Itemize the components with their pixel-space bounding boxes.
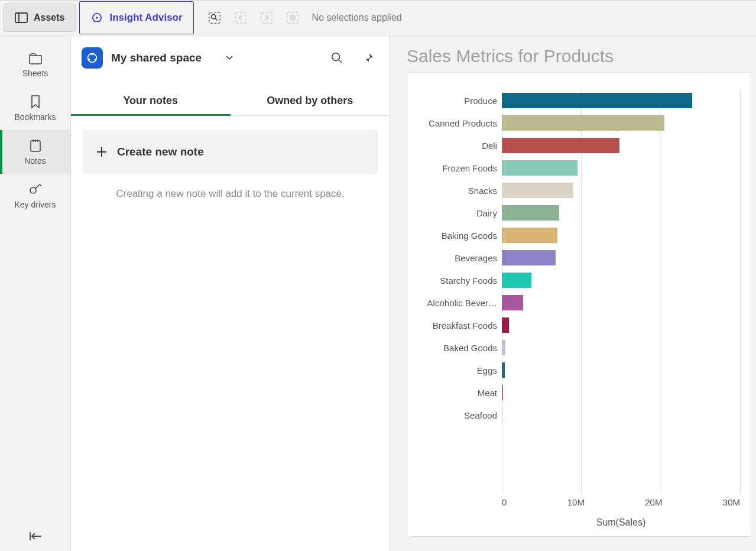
chart-category-label: Beverages — [416, 253, 502, 263]
chart-category-label: Baking Goods — [416, 231, 502, 241]
chart-x-axis: 010M20M30M — [416, 494, 740, 511]
chart-category-label: Frozen Foods — [416, 163, 502, 173]
chart-category-label: Alcoholic Bever… — [416, 298, 502, 308]
selection-tools: No selections applied — [208, 11, 402, 24]
chart-bar[interactable] — [502, 115, 664, 131]
sidebar-label: Sheets — [22, 69, 48, 78]
sidebar-item-sheets[interactable]: Sheets — [0, 44, 70, 86]
chevron-down-icon — [225, 55, 233, 61]
collapse-sidebar-button[interactable] — [0, 521, 70, 551]
sidebar-label: Key drivers — [14, 200, 56, 209]
sidebar-label: Notes — [24, 156, 46, 166]
space-badge-icon — [82, 47, 103, 69]
chart-category-label: Seafood — [416, 410, 502, 420]
chart-x-axis-label: Sum(Sales) — [416, 511, 740, 528]
chart-body: ProduceCanned ProductsDeliFrozen FoodsSn… — [416, 89, 740, 494]
pin-icon — [362, 52, 374, 64]
sidebar-item-notes[interactable]: Notes — [0, 130, 70, 174]
svg-rect-0 — [15, 13, 27, 22]
svg-line-23 — [339, 60, 342, 63]
notes-search-button[interactable] — [327, 48, 347, 68]
notes-pin-button[interactable] — [359, 48, 378, 67]
svg-point-19 — [91, 53, 93, 56]
top-toolbar: Assets Insight Advisor No selections app… — [0, 0, 756, 35]
assets-button[interactable]: Assets — [4, 4, 76, 32]
chart-category-label: Dairy — [416, 208, 502, 218]
create-note-button[interactable]: Create new note — [83, 130, 378, 174]
chart-bar[interactable] — [502, 183, 573, 198]
chart-bar-row: Starchy Foods — [416, 269, 740, 291]
insight-advisor-button[interactable]: Insight Advisor — [79, 1, 193, 34]
chart-category-label: Snacks — [416, 186, 502, 196]
chart-bar[interactable] — [502, 340, 505, 355]
chart-bar-row: Frozen Foods — [416, 157, 740, 179]
chart-bar[interactable] — [502, 228, 557, 243]
svg-rect-3 — [209, 12, 219, 23]
sidebar-label: Bookmarks — [14, 112, 56, 122]
chart-title: Sales Metrics for Products — [407, 41, 751, 72]
sidebar-item-bookmarks[interactable]: Bookmarks — [0, 86, 70, 130]
key-drivers-icon — [28, 182, 43, 196]
insight-label: Insight Advisor — [109, 12, 182, 24]
chart-bar[interactable] — [502, 138, 619, 153]
chart-bar-row: Produce — [416, 89, 740, 112]
chart-category-label: Starchy Foods — [416, 276, 502, 286]
chart-tick-label: 20M — [645, 497, 662, 511]
chart-panel: Sales Metrics for Products ProduceCanned… — [390, 35, 756, 551]
chart-bar[interactable] — [502, 273, 531, 288]
chart-bar[interactable] — [502, 205, 559, 221]
notes-header: My shared space — [71, 44, 390, 74]
panel-icon — [15, 12, 28, 23]
chart-category-label: Produce — [416, 96, 502, 106]
chart-category-label: Deli — [416, 141, 502, 151]
tab-your-notes[interactable]: Your notes — [71, 86, 231, 115]
assets-label: Assets — [34, 12, 64, 23]
chart-bar[interactable] — [502, 93, 692, 108]
svg-point-22 — [332, 53, 340, 61]
create-note-hint: Creating a new note will add it to the c… — [83, 188, 378, 200]
tab-owned-by-others[interactable]: Owned by others — [231, 86, 390, 115]
space-dropdown-button[interactable] — [225, 55, 233, 61]
selection-back-icon — [234, 11, 247, 24]
chart-tick-label: 30M — [723, 497, 740, 511]
smart-search-icon[interactable] — [208, 11, 221, 24]
chart-card[interactable]: ProduceCanned ProductsDeliFrozen FoodsSn… — [407, 72, 751, 537]
svg-rect-12 — [31, 141, 40, 151]
clear-selections-icon — [286, 11, 299, 24]
chart-bar-row: Dairy — [416, 202, 740, 224]
svg-point-2 — [96, 17, 99, 19]
notes-tabs: Your notes Owned by others — [71, 86, 390, 116]
selections-status: No selections applied — [312, 12, 402, 23]
chart-tick-label: 0 — [502, 497, 507, 511]
chart-bar-row: Eggs — [416, 359, 740, 381]
chart-bar-row: Beverages — [416, 247, 740, 269]
bookmark-icon — [30, 95, 41, 109]
chart-bar[interactable] — [502, 250, 556, 265]
search-icon — [330, 51, 343, 64]
svg-point-21 — [88, 59, 90, 61]
chart-bar[interactable] — [502, 160, 577, 176]
chart-bar[interactable] — [502, 295, 523, 310]
chart-bar-row: Deli — [416, 134, 740, 157]
plus-icon — [96, 146, 108, 158]
chart-tick-label: 10M — [567, 497, 585, 511]
chart-category-label: Canned Products — [416, 118, 502, 128]
svg-line-5 — [215, 18, 218, 21]
chart-category-label: Meat — [416, 388, 502, 398]
sidebar-item-key-drivers[interactable]: Key drivers — [0, 174, 70, 218]
chart-bar-row: Snacks — [416, 179, 740, 202]
svg-rect-6 — [235, 12, 245, 23]
selection-forward-icon — [260, 11, 273, 24]
chart-bar-row: Canned Products — [416, 112, 740, 134]
chart-bar[interactable] — [502, 317, 509, 333]
chart-bar[interactable] — [502, 385, 503, 400]
space-name: My shared space — [111, 51, 202, 64]
chart-bar[interactable] — [502, 362, 505, 378]
insight-icon — [90, 11, 103, 24]
chart-bar[interactable] — [502, 407, 502, 423]
chart-category-label: Eggs — [416, 365, 502, 375]
chart-bar-row: Alcoholic Bever… — [416, 291, 740, 314]
chart-bar-row: Breakfast Foods — [416, 314, 740, 336]
notes-icon — [29, 138, 42, 153]
chart-bar-row: Meat — [416, 381, 740, 404]
